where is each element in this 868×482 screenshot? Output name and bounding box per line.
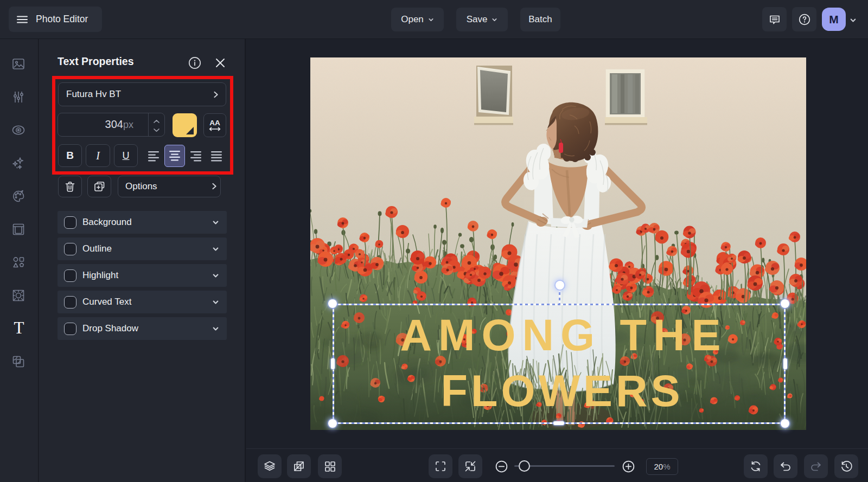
svg-text:AA: AA <box>209 119 220 127</box>
